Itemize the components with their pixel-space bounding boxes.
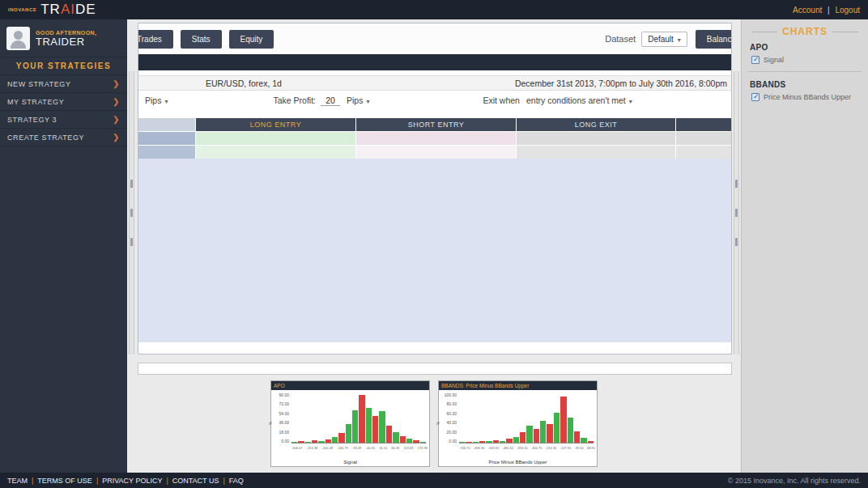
long-entry-condition-cell[interactable]: [196, 146, 355, 159]
chevron-down-icon: [629, 95, 632, 105]
row-label-cell: [138, 146, 195, 159]
short-exit-condition-cell[interactable]: [676, 132, 732, 145]
avatar: [6, 27, 30, 50]
dataset-label: Dataset: [605, 34, 636, 44]
histogram-bar: [588, 441, 594, 443]
histogram-bar: [379, 411, 385, 443]
bbands-upper-option[interactable]: Price Minus BBands Upper: [751, 93, 860, 101]
stop-loss-unit-dropdown[interactable]: Pips: [145, 95, 168, 105]
table-header-long-exit[interactable]: LONG EXIT: [517, 118, 675, 131]
table-header-short-exit[interactable]: SHORT EXIT: [676, 118, 732, 131]
strategy-summary-bar: [138, 54, 731, 70]
divider: [748, 71, 862, 72]
histogram-bar: [326, 439, 331, 443]
x-tick: -253.38: [307, 446, 318, 452]
brand: INOVANCE TRAIDE: [8, 2, 96, 18]
take-profit-unit-dropdown[interactable]: Pips: [347, 95, 369, 105]
footer-link-contact[interactable]: CONTACT US: [172, 477, 219, 485]
plot-area: [291, 394, 426, 443]
sidebar-item-my-strategy[interactable]: MY STRATEGY ❯: [0, 93, 127, 111]
greeting-text: GOOD AFTERNOON,: [36, 30, 96, 36]
histogram-bar: [506, 439, 512, 443]
chart-title: BBANDS: Price Minus BBands Upper: [439, 381, 597, 390]
row-label-cell: [138, 132, 195, 145]
logout-link[interactable]: Logout: [835, 6, 860, 15]
chart-group-apo: APO Signal: [742, 37, 868, 69]
chart-title: APO: [271, 381, 429, 390]
option-label: Price Minus BBands Upper: [764, 93, 851, 101]
short-entry-condition-cell[interactable]: [356, 132, 516, 145]
y-tick: 100.00: [445, 393, 457, 397]
charts-heading: CHARTS: [742, 26, 868, 37]
balance-button[interactable]: Balance: [696, 30, 732, 49]
x-tick: -146.79: [337, 446, 348, 452]
table-header-short-entry[interactable]: SHORT ENTRY: [356, 118, 516, 131]
sidebar-item-create-strategy[interactable]: CREATE STRATEGY ❯: [0, 129, 127, 146]
long-exit-condition-cell[interactable]: [517, 132, 675, 145]
collapsed-trades-strip[interactable]: [138, 363, 732, 375]
histogram-bar: [581, 438, 586, 443]
y-tick: 72.00: [279, 401, 289, 406]
short-exit-condition-cell[interactable]: [676, 146, 732, 159]
checkbox-checked-icon[interactable]: [751, 56, 760, 64]
histogram-bar: [400, 436, 406, 443]
histogram-bar: [540, 421, 546, 443]
panel-resize-handle-right[interactable]: [734, 71, 739, 354]
x-tick: -200.08: [322, 446, 334, 452]
x-axis-ticks: -306.67-253.38-200.08-146.79-93.49-40.20…: [291, 446, 428, 452]
sidebar-item-label: CREATE STRATEGY: [7, 134, 84, 142]
table-header-corner: [138, 118, 195, 131]
footer-link-terms[interactable]: TERMS OF USE: [37, 477, 92, 485]
x-tick: 13.10: [379, 446, 387, 452]
sidebar-item-strategy-3[interactable]: STRATEGY 3 ❯: [0, 111, 127, 129]
footer-link-faq[interactable]: FAQ: [229, 477, 244, 485]
footer-link-privacy[interactable]: PRIVACY POLICY: [102, 477, 162, 485]
panel-resize-handle-left[interactable]: [129, 71, 134, 354]
handle-grip-icon: [130, 180, 133, 188]
x-tick: -306.67: [291, 446, 303, 452]
x-tick: -216.30: [546, 446, 557, 452]
long-entry-condition-cell[interactable]: [196, 132, 355, 145]
histogram-bar: [332, 437, 338, 443]
take-profit-input[interactable]: [321, 95, 340, 106]
x-tick: -393.10: [517, 446, 528, 452]
x-tick: -40.20: [366, 446, 375, 452]
account-link[interactable]: Account: [793, 6, 822, 15]
exit-condition-dropdown[interactable]: entry conditions aren't met: [526, 95, 632, 105]
histogram-bar: [500, 441, 505, 443]
checkbox-checked-icon[interactable]: [751, 93, 760, 101]
instrument-header: EUR/USD, forex, 1d December 31st 2013, 7…: [138, 75, 731, 91]
main-region: Trades Stats Equity Dataset Default Bala…: [127, 19, 741, 473]
tab-equity[interactable]: Equity: [229, 30, 274, 49]
short-entry-condition-cell[interactable]: [356, 146, 516, 159]
tab-stats[interactable]: Stats: [181, 30, 222, 49]
long-exit-condition-cell[interactable]: [517, 146, 675, 159]
panel-toolbar: Trades Stats Equity Dataset Default Bala…: [138, 23, 731, 54]
x-tick: -304.70: [531, 446, 542, 452]
account-links: Account | Logout: [793, 6, 860, 15]
separator: |: [96, 477, 98, 485]
dataset-dropdown[interactable]: Default: [641, 32, 687, 47]
x-tick: -127.90: [560, 446, 572, 452]
y-tick: 20.00: [446, 430, 457, 435]
chart-body: % 90.0072.0054.0036.0018.000.00 -306.67-…: [271, 390, 429, 466]
sidebar-item-new-strategy[interactable]: NEW STRATEGY ❯: [0, 75, 127, 93]
chart-body: % 100.0080.0060.0040.0020.000.00 -746.70…: [439, 390, 597, 466]
table-header-long-entry[interactable]: LONG ENTRY: [196, 118, 355, 131]
take-profit-label: Take Profit:: [273, 95, 316, 105]
avatar-head-icon: [14, 31, 23, 40]
left-sidebar: GOOD AFTERNOON, TRAIDER YOUR STRATEGIES …: [0, 19, 127, 473]
handle-grip-icon: [735, 180, 738, 188]
footer-link-team[interactable]: TEAM: [7, 477, 28, 485]
tab-trades[interactable]: Trades: [138, 30, 173, 49]
top-bar: INOVANCE TRAIDE Account | Logout: [0, 0, 868, 19]
trade-settings-row: Pips Take Profit: Pips Exit when entry c…: [138, 91, 731, 110]
histogram-bar: [486, 441, 491, 443]
chevron-right-icon: ❯: [113, 98, 120, 106]
histogram-bar: [359, 395, 364, 443]
apo-signal-option[interactable]: Signal: [751, 56, 860, 64]
conditions-table: LONG ENTRY SHORT ENTRY LONG EXIT SHORT E…: [138, 118, 732, 159]
dataset-value: Default: [648, 35, 674, 44]
profile: GOOD AFTERNOON, TRAIDER: [0, 19, 127, 57]
instrument-label: EUR/USD, forex, 1d: [206, 79, 282, 88]
